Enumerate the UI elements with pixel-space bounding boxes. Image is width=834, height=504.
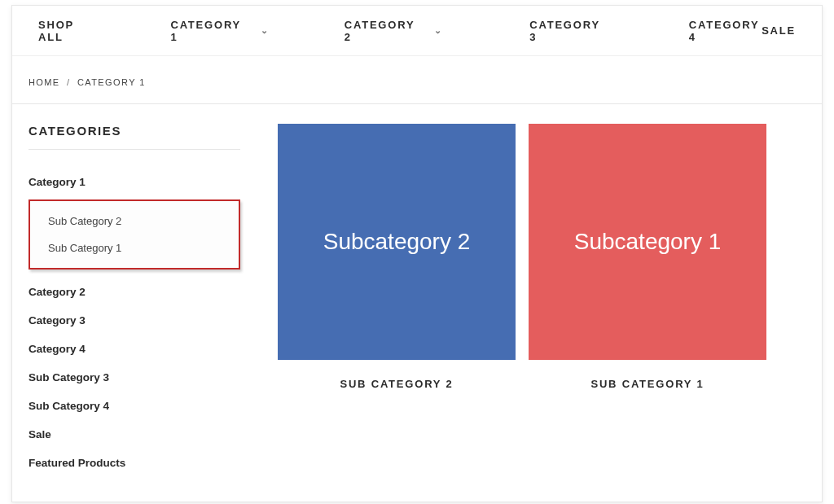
- nav-category-2-label: CATEGORY 2: [345, 19, 415, 43]
- breadcrumb-current: CATEGORY 1: [77, 77, 146, 87]
- tile-text: Subcategory 2: [323, 229, 471, 255]
- category-caption: SUB CATEGORY 2: [278, 378, 516, 390]
- nav-category-3[interactable]: CATEGORY 3: [529, 19, 602, 43]
- subcategory-highlight-box: Sub Category 2 Sub Category 1: [29, 199, 240, 270]
- sidebar-subitem-sub-category-2[interactable]: Sub Category 2: [48, 208, 230, 234]
- category-grid: Subcategory 2 SUB CATEGORY 2 Subcategory…: [257, 104, 822, 502]
- sidebar-title: CATEGORIES: [29, 124, 240, 150]
- nav-sale[interactable]: SALE: [762, 24, 796, 37]
- chevron-down-icon: ⌄: [434, 25, 443, 36]
- nav-category-1[interactable]: CATEGORY 1 ⌄: [170, 19, 269, 43]
- breadcrumb-home[interactable]: HOME: [29, 77, 60, 87]
- category-tile: Subcategory 2: [278, 124, 516, 360]
- sidebar-item-category-1[interactable]: Category 1: [29, 168, 240, 196]
- sidebar-item-featured-products[interactable]: Featured Products: [29, 449, 240, 477]
- sidebar-item-category-3[interactable]: Category 3: [29, 306, 240, 335]
- sidebar-item-sub-category-4[interactable]: Sub Category 4: [29, 392, 240, 420]
- nav-category-1-label: CATEGORY 1: [170, 19, 240, 43]
- category-tile: Subcategory 1: [529, 124, 766, 360]
- nav-shop-all[interactable]: SHOP ALL: [38, 19, 95, 43]
- top-nav: SHOP ALL CATEGORY 1 ⌄ CATEGORY 2 ⌄ CATEG…: [12, 6, 822, 56]
- sidebar: CATEGORIES Category 1 Sub Category 2 Sub…: [12, 104, 257, 502]
- sidebar-item-category-4[interactable]: Category 4: [29, 335, 240, 363]
- chevron-down-icon: ⌄: [261, 25, 270, 36]
- breadcrumb: HOME / CATEGORY 1: [12, 56, 822, 104]
- sidebar-subitem-sub-category-1[interactable]: Sub Category 1: [48, 234, 230, 261]
- breadcrumb-sep: /: [64, 77, 73, 87]
- category-card-sub-category-2[interactable]: Subcategory 2 SUB CATEGORY 2: [278, 124, 516, 477]
- nav-category-4[interactable]: CATEGORY 4: [689, 19, 762, 43]
- sidebar-item-sale[interactable]: Sale: [29, 420, 240, 449]
- tile-text: Subcategory 1: [574, 229, 722, 255]
- nav-category-2[interactable]: CATEGORY 2 ⌄: [345, 19, 443, 43]
- sidebar-item-sub-category-3[interactable]: Sub Category 3: [29, 363, 240, 392]
- category-card-sub-category-1[interactable]: Subcategory 1 SUB CATEGORY 1: [529, 124, 766, 477]
- category-caption: SUB CATEGORY 1: [529, 378, 766, 390]
- sidebar-item-category-2[interactable]: Category 2: [29, 278, 240, 306]
